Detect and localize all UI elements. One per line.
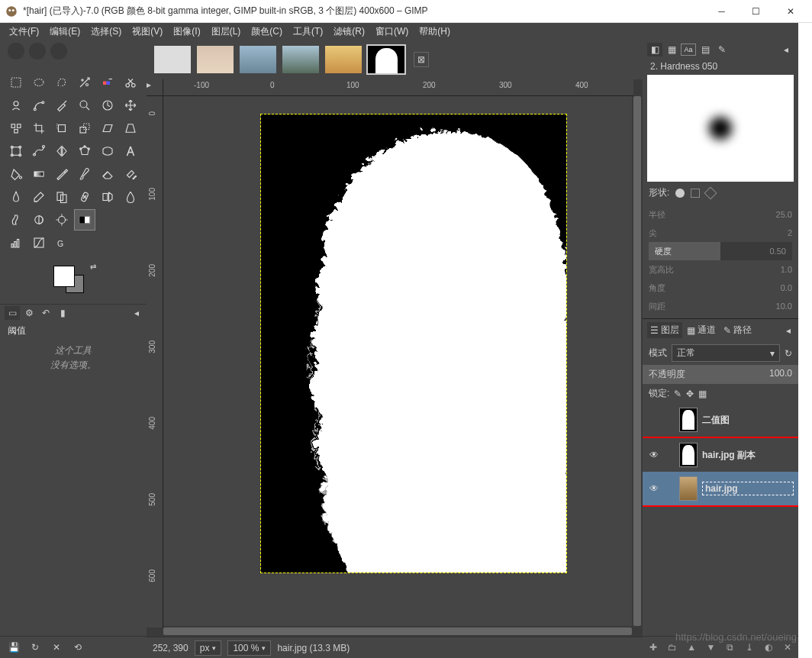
fonts-tab[interactable]: Aa [681,43,696,56]
brush-shape-circle[interactable] [675,189,685,198]
layer-mode-dropdown[interactable]: 正常▾ [672,344,780,362]
foreground-select-tool[interactable] [5,95,27,116]
swap-colors-icon[interactable]: ⇄ [90,263,96,271]
measure-tool[interactable] [97,95,118,116]
gradients-tab[interactable]: ▤ [698,43,713,56]
close-button[interactable]: ✕ [773,0,807,23]
merge-down-icon[interactable]: ⤓ [741,640,758,655]
bucket-fill-tool[interactable] [5,163,27,185]
zoom-tool[interactable] [74,95,95,116]
new-group-icon[interactable]: 🗀 [664,640,681,655]
patterns-tab[interactable]: ▦ [664,43,679,56]
menu-file[interactable]: 文件(F) [5,24,44,40]
eraser-tool[interactable] [97,163,118,185]
menu-view[interactable]: 视图(V) [127,24,167,40]
rotate-tool[interactable] [51,118,72,139]
layer-name[interactable]: hair.jpg 副本 [702,449,794,462]
smudge-tool[interactable] [5,209,27,231]
color-swatches[interactable]: ⇄ [0,258,147,304]
image-tab-6-active[interactable] [366,44,406,75]
layer-name[interactable]: 二值图 [702,414,794,427]
menu-tools[interactable]: 工具(T) [288,24,327,40]
brush-hardness-row[interactable]: 硬度0.50 [649,242,792,260]
brush-preview[interactable] [647,75,794,182]
dodge-burn-tool[interactable] [28,209,50,231]
clone-tool[interactable] [51,186,72,208]
airbrush-tool[interactable] [120,163,141,185]
ink-tool[interactable] [5,186,27,208]
move-tool[interactable] [120,95,141,116]
gegl-tool[interactable]: G [51,232,72,253]
lock-pixels-icon[interactable]: ✎ [674,389,682,399]
color-picker-tool[interactable] [51,95,72,116]
delete-preset-icon[interactable]: ✕ [47,640,66,655]
flip-tool[interactable] [51,140,72,162]
rect-select-tool[interactable] [5,72,27,93]
heal-tool[interactable] [74,186,95,208]
iscissors-tool[interactable] [120,72,141,93]
brush-angle-row[interactable]: 角度0.0 [649,279,792,297]
brush-radius-row[interactable]: 半径25.0 [649,205,792,224]
vertical-scrollbar[interactable] [632,96,643,626]
tab-menu-icon[interactable]: ◂ [131,308,142,318]
scale-tool[interactable] [74,118,95,139]
warp-tool[interactable] [97,140,118,162]
brush-spikes-row[interactable]: 尖2 [649,224,792,242]
channels-tab[interactable]: ▦ 通道 [684,322,719,338]
minimize-button[interactable]: ─ [704,0,739,23]
layer-opacity-row[interactable]: 不透明度 100.0 [643,365,798,384]
new-layer-icon[interactable]: ✚ [645,640,662,655]
images-tab[interactable]: ▮ [55,306,70,320]
paths-tab[interactable]: ✎ 路径 [720,322,755,338]
lock-alpha-icon[interactable]: ▦ [698,389,707,399]
duplicate-layer-icon[interactable]: ⧉ [722,640,739,655]
perspective-tool[interactable] [120,118,141,139]
brush-spacing-row[interactable]: 间距10.0 [649,297,792,315]
layers-tab-menu-icon[interactable]: ◂ [783,324,794,337]
blur-sharpen-tool[interactable] [120,186,141,208]
horizontal-ruler[interactable]: -100 0 100 200 300 400 5 [163,79,633,96]
free-select-tool[interactable] [51,72,72,93]
shear-tool[interactable] [97,118,118,139]
layer-item-0[interactable]: 二值图 [643,403,798,437]
tool-options-tab[interactable]: ▭ [5,306,20,320]
restore-preset-icon[interactable]: ↻ [26,640,44,655]
menu-image[interactable]: 图像(I) [169,24,205,40]
ruler-corner[interactable]: ▸ [147,79,163,96]
image-tab-3[interactable] [238,44,278,75]
device-status-tab[interactable]: ⚙ [21,306,37,320]
layer-mode-switch-icon[interactable]: ↻ [785,348,792,359]
layers-tab[interactable]: ☰ 图层 [647,322,682,338]
perspective-clone-tool[interactable] [97,186,118,208]
layer-item-1[interactable]: 👁 hair.jpg 副本 [643,438,798,472]
cage-tool[interactable] [74,140,95,162]
canvas-viewport[interactable] [163,96,632,626]
brush-shape-diamond[interactable] [704,186,717,199]
gradient-tool[interactable] [28,163,50,185]
text-tool[interactable] [120,140,141,162]
close-image-tab-icon[interactable]: ⊠ [414,52,429,67]
layer-item-2-selected[interactable]: 👁 hair.jpg [643,472,798,505]
crop-tool[interactable] [28,118,50,139]
layer-name[interactable]: hair.jpg [702,482,794,495]
image-tab-4[interactable] [281,44,321,75]
menu-help[interactable]: 帮助(H) [414,24,455,40]
menu-filters[interactable]: 滤镜(R) [329,24,369,40]
reset-preset-icon[interactable]: ⟲ [69,640,87,655]
zoom-dropdown[interactable]: 100 %▾ [227,640,271,656]
paintbrush-tool[interactable] [74,163,95,185]
tab-menu-right-icon[interactable]: ◂ [778,43,794,56]
delete-layer-icon[interactable]: ✕ [779,640,796,655]
save-preset-icon[interactable]: 💾 [5,640,23,655]
maximize-button[interactable]: ☐ [739,0,773,23]
ellipse-select-tool[interactable] [28,72,50,93]
menu-edit[interactable]: 编辑(E) [45,24,85,40]
color-select-tool[interactable] [97,72,118,93]
mask-layer-icon[interactable]: ◐ [760,640,777,655]
image-tab-1[interactable] [153,44,192,75]
vertical-ruler[interactable]: 0 100 200 300 400 500 600 [147,96,163,627]
image-tab-2[interactable] [195,44,235,75]
layer-visibility-icon[interactable]: 👁 [647,450,661,460]
lower-layer-icon[interactable]: ▼ [702,640,719,655]
fuzzy-select-tool[interactable] [74,72,95,93]
